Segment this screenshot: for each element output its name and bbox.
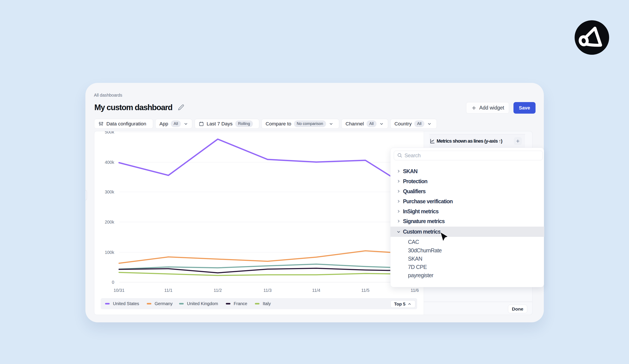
svg-text:11/2: 11/2	[214, 288, 222, 293]
svg-text:11/5: 11/5	[361, 288, 369, 293]
svg-text:11/6: 11/6	[411, 288, 419, 293]
svg-text:10/31: 10/31	[114, 288, 125, 293]
svg-text:200k: 200k	[105, 220, 114, 224]
svg-text:400k: 400k	[105, 160, 114, 165]
svg-text:0: 0	[112, 280, 114, 285]
svg-text:500k: 500k	[105, 131, 114, 134]
svg-text:100k: 100k	[105, 250, 114, 255]
svg-text:11/3: 11/3	[263, 288, 272, 293]
svg-text:300k: 300k	[105, 189, 114, 194]
svg-text:11/4: 11/4	[312, 288, 320, 293]
svg-text:11/1: 11/1	[164, 288, 172, 293]
